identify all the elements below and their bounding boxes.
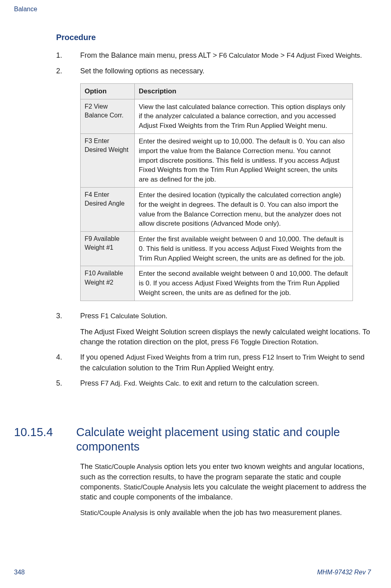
table-row: F9 Available Weight #1 Enter the first a…	[81, 232, 353, 266]
step-3-text-b: .	[166, 312, 168, 320]
main-content: Procedure From the Balance main menu, pr…	[56, 33, 371, 414]
p1-key-2: Static/Couple Analysis	[124, 483, 191, 491]
p2-key: Static/Couple Analysis	[80, 509, 148, 517]
step-4-text-a: If you opened	[80, 353, 126, 361]
procedure-heading: Procedure	[56, 33, 371, 42]
option-name: F10 Available Weight #2	[81, 266, 135, 301]
footer-page-number: 348	[14, 569, 25, 576]
step-1-text-b: >	[278, 51, 287, 59]
step-5-text-b: to exit and return to the calculation sc…	[181, 379, 319, 387]
option-description: View the last calculated balance correct…	[135, 99, 353, 133]
step-3-key: F1 Calculate Solution	[101, 312, 166, 320]
procedure-steps-list: From the Balance main menu, press ALT > …	[56, 50, 371, 388]
option-description: Enter the desired location (typically th…	[135, 187, 353, 231]
option-description: Enter the first available weight between…	[135, 232, 353, 266]
step-3: Press F1 Calculate Solution. The Adjust …	[56, 311, 371, 347]
step-2-text: Set the following options as necessary.	[80, 67, 205, 75]
p2-a: is only available when the job has two m…	[148, 509, 342, 517]
desc-key: Adjust Fixed Weights	[251, 245, 314, 253]
step-5: Press F7 Adj. Fxd. Weights Calc. to exit…	[56, 378, 371, 389]
col-header-option: Option	[81, 83, 135, 99]
option-name: F9 Available Weight #1	[81, 232, 135, 266]
col-header-description: Description	[135, 83, 353, 99]
step-3-body-a: The Adjust Fixed Weight Solution screen …	[80, 328, 370, 346]
step-5-text-a: Press	[80, 379, 101, 387]
table-row: F4 Enter Desired Angle Enter the desired…	[81, 187, 353, 231]
table-row: F3 Enter Desired Weight Enter the desire…	[81, 133, 353, 187]
option-description: Enter the desired weight up to 10,000. T…	[135, 133, 353, 187]
step-2: Set the following options as necessary. …	[56, 66, 371, 301]
page-footer: 348 MHM-97432 Rev 7	[14, 545, 371, 576]
desc-text-a: Enter the desired weight up to 10,000. T…	[139, 137, 345, 164]
section-heading-row: 10.15.4 Calculate weight placement using…	[14, 425, 371, 454]
step-3-body: The Adjust Fixed Weight Solution screen …	[80, 327, 371, 347]
document-page: Balance Procedure From the Balance main …	[0, 0, 391, 588]
desc-text-a: View the last calculated balance correct…	[139, 103, 345, 120]
page-header-chapter: Balance	[14, 6, 371, 13]
step-3-text-a: Press	[80, 312, 101, 320]
option-name: F2 View Balance Corr.	[81, 99, 135, 133]
step-1-text-a: From the Balance main menu, press ALT >	[80, 51, 219, 59]
step-1-text-c: .	[360, 51, 362, 59]
step-1-key-2: F4 Adjust Fixed Weights	[287, 52, 360, 59]
step-1: From the Balance main menu, press ALT > …	[56, 50, 371, 61]
desc-key: Adjust Fixed Weights	[195, 279, 259, 287]
section-paragraph-2: Static/Couple Analysis is only available…	[80, 508, 371, 518]
step-4: If you opened Adjust Fixed Weights from …	[56, 352, 371, 373]
desc-key: Adjust Fixed Weights	[139, 122, 203, 129]
step-3-body-b: .	[316, 338, 318, 346]
step-5-key: F7 Adj. Fxd. Weights Calc.	[101, 380, 181, 387]
table-row: F2 View Balance Corr. View the last calc…	[81, 99, 353, 133]
step-4-key-2: F12 Insert to Trim Weight	[263, 354, 339, 361]
section-title: Calculate weight placement using static …	[76, 425, 371, 454]
step-4-key-1: Adjust Fixed Weights	[126, 354, 190, 361]
step-1-key-1: F6 Calculator Mode	[219, 52, 278, 59]
table-row: F10 Available Weight #2 Enter the second…	[81, 266, 353, 301]
section-paragraph-1: The Static/Couple Analysis option lets y…	[80, 462, 371, 502]
option-name: F4 Enter Desired Angle	[81, 187, 135, 231]
desc-text-b: from the Trim Run Applied Weight menu.	[203, 122, 327, 129]
step-3-body-key: F6 Toggle Direction Rotation	[231, 338, 316, 346]
p1-key-1: Static/Couple Analysis	[95, 463, 162, 471]
section-number: 10.15.4	[14, 425, 76, 439]
options-table: Option Description F2 View Balance Corr.…	[80, 83, 353, 301]
option-description: Enter the second available weight betwee…	[135, 266, 353, 301]
table-header-row: Option Description	[81, 83, 353, 99]
option-name: F3 Enter Desired Weight	[81, 133, 135, 187]
p1-a: The	[80, 463, 95, 471]
step-4-text-b: from a trim run, press	[190, 353, 262, 361]
footer-doc-id: MHM-97432 Rev 7	[317, 569, 371, 576]
section-body: The Static/Couple Analysis option lets y…	[56, 462, 371, 545]
